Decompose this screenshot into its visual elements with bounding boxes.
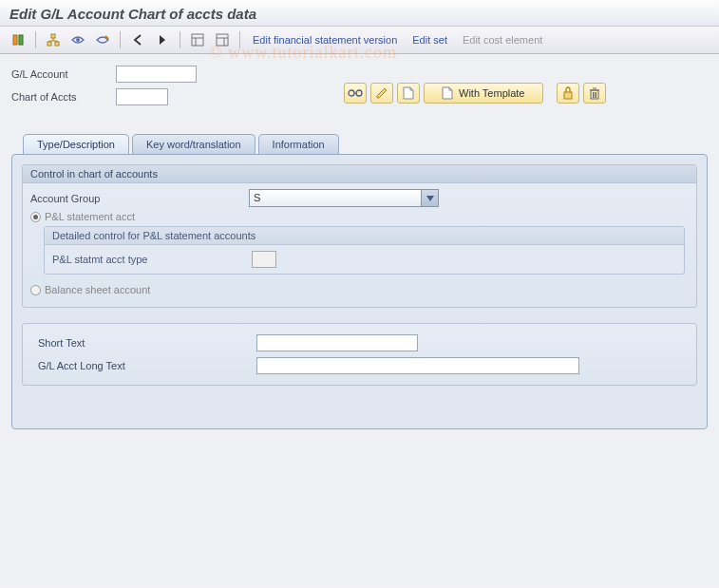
pl-detail-title: Detailed control for P&L statement accou… (45, 227, 684, 245)
radio-icon (30, 285, 41, 295)
short-text-label: Short Text (38, 337, 256, 349)
separator (120, 31, 121, 48)
with-template-label: With Template (459, 87, 525, 99)
next-icon[interactable] (152, 30, 173, 49)
tab-keyword-translation[interactable]: Key word/translation (132, 134, 255, 154)
control-group: Control in chart of accounts Account Gro… (22, 164, 697, 308)
tab-information[interactable]: Information (258, 134, 339, 154)
header-fields: G/L Account Chart of Accts With Template (11, 64, 708, 107)
svg-rect-3 (47, 42, 51, 46)
chart-accts-input[interactable] (116, 88, 168, 105)
long-text-label: G/L Acct Long Text (38, 360, 256, 371)
exec-icon[interactable] (8, 30, 28, 49)
svg-rect-14 (217, 34, 228, 46)
account-group-label: Account Group (30, 193, 249, 204)
pl-detail-group: Detailed control for P&L statement accou… (44, 226, 685, 275)
layout2-icon[interactable] (212, 30, 233, 49)
radio-icon (30, 212, 41, 222)
change-icon[interactable] (92, 30, 113, 49)
pl-statement-label: P&L statement acct (45, 211, 135, 222)
new-doc-icon[interactable] (397, 83, 420, 104)
edit-fsv-link[interactable]: Edit financial statement version (247, 32, 403, 47)
tab-type-description[interactable]: Type/Description (23, 134, 129, 154)
hierarchy-icon[interactable] (43, 30, 64, 49)
control-group-title: Control in chart of accounts (23, 165, 696, 183)
pl-statement-radio: P&L statement acct (30, 211, 689, 222)
svg-point-18 (356, 90, 362, 96)
gl-account-label: G/L Account (11, 68, 116, 80)
action-button-row: With Template (344, 83, 606, 104)
tab-strip: Type/Description Key word/translation In… (23, 134, 708, 154)
pencil-icon[interactable] (370, 83, 393, 104)
svg-point-17 (349, 90, 354, 96)
glasses-icon[interactable] (344, 83, 367, 104)
svg-rect-0 (13, 35, 17, 45)
long-text-input[interactable] (256, 357, 579, 374)
trash-icon[interactable] (583, 83, 606, 104)
pl-type-input[interactable] (252, 251, 276, 268)
chart-accts-label: Chart of Accts (11, 91, 116, 103)
balance-sheet-label: Balance sheet account (45, 284, 150, 295)
svg-rect-4 (55, 42, 59, 46)
chevron-down-icon[interactable] (421, 190, 438, 206)
svg-rect-2 (51, 34, 55, 38)
page-title: Edit G/L Account Chart of accts data (0, 0, 719, 27)
svg-rect-20 (564, 92, 572, 99)
gl-account-input[interactable] (116, 66, 197, 83)
balance-sheet-radio: Balance sheet account (30, 284, 689, 295)
separator (35, 31, 36, 48)
short-text-input[interactable] (256, 334, 418, 351)
text-group: Short Text G/L Acct Long Text (22, 323, 697, 386)
prev-icon[interactable] (127, 30, 148, 49)
tab-panel: Control in chart of accounts Account Gro… (11, 154, 708, 429)
lock-icon[interactable] (557, 83, 579, 104)
svg-rect-11 (192, 34, 203, 46)
application-toolbar: Edit financial statement version Edit se… (0, 27, 719, 54)
account-group-combo[interactable]: S (249, 189, 439, 207)
with-template-button[interactable]: With Template (424, 83, 543, 104)
edit-cost-element-link: Edit cost element (457, 32, 548, 47)
display-icon[interactable] (67, 30, 88, 49)
account-group-value: S (250, 190, 421, 206)
svg-point-9 (76, 38, 80, 42)
pl-type-label: P&L statmt acct type (52, 254, 252, 265)
svg-rect-1 (19, 35, 23, 45)
edit-set-link[interactable]: Edit set (407, 32, 453, 47)
content-area: G/L Account Chart of Accts With Template (0, 54, 719, 587)
separator (180, 31, 180, 48)
separator (239, 31, 240, 48)
layout1-icon[interactable] (187, 30, 208, 49)
